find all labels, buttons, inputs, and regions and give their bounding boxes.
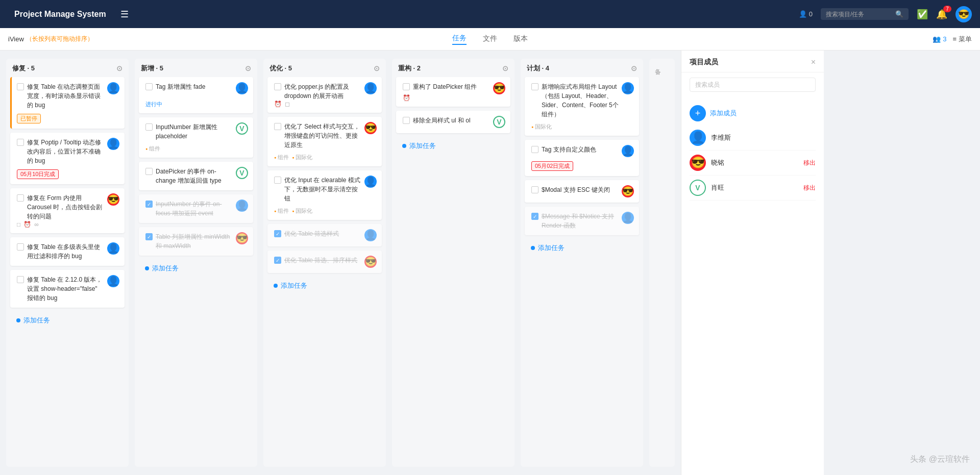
task-checkbox[interactable]: [145, 233, 153, 240]
task-checkbox[interactable]: [17, 83, 24, 90]
task-card[interactable]: 修复 Table 在 2.12.0 版本，设置 show-header="fal…: [10, 270, 125, 308]
task-card[interactable]: InputNumber 的事件 on-focus 增加返回 event 👤: [139, 194, 253, 223]
task-title: Tag 新增属性 fade: [156, 82, 233, 91]
task-checkbox[interactable]: [274, 83, 281, 90]
task-title: 优化 popper.js 的配置及 dropdown 的展开动画: [284, 82, 361, 101]
task-title: Table 列新增属性 minWidth 和 maxWidth: [156, 232, 233, 251]
column-menu-icon[interactable]: ⊙: [116, 64, 122, 72]
task-card[interactable]: InputNumber 新增属性 placeholder V 组件: [139, 117, 253, 158]
task-card[interactable]: 优化 Input 在 clearable 模式下，无数据时不显示清空按钮 👤 组…: [267, 170, 382, 220]
menu-toggle-icon[interactable]: ☰: [120, 9, 129, 20]
task-card[interactable]: 优化了 Select 样式与交互，增强键盘的可访问性、更接近原生 😎 组件国际化: [267, 117, 382, 166]
column-menu-icon[interactable]: ⊙: [502, 64, 508, 72]
nav-version[interactable]: 版本: [513, 34, 528, 44]
task-checkbox[interactable]: [531, 213, 538, 220]
column-body: 重构了 DatePicker 组件 😎 ⏰ 移除全局样式 ul 和 ol V 添…: [392, 77, 514, 467]
column-header: 计划 · 4 ⊙: [521, 59, 643, 77]
remove-member-button[interactable]: 移出: [803, 159, 816, 167]
notification-icon-btn[interactable]: 🔔 7: [936, 9, 947, 20]
task-checkbox[interactable]: [145, 168, 153, 175]
status-badge: 已暂停: [17, 114, 41, 123]
card-header: 重构了 DatePicker 组件 😎: [403, 82, 505, 94]
task-checkbox[interactable]: [531, 186, 538, 193]
add-task-button[interactable]: 添加任务: [396, 137, 510, 155]
card-tags: 05月02日完成: [531, 161, 634, 171]
member-avatar: 👤: [622, 145, 634, 157]
kanban-column: 计划 · 4 ⊙ 新增响应式布局组件 Layout（包括 Layout、Head…: [521, 59, 643, 467]
add-task-button[interactable]: 添加任务: [267, 277, 382, 294]
column-header: 新增 · 5 ⊙: [135, 59, 257, 77]
card-tags: 进行中: [145, 98, 248, 108]
task-card[interactable]: $Modal 支持 ESC 键关闭 😎: [525, 180, 639, 203]
card-header: $Message 和 $Notice 支持 Render 函数 👤: [531, 212, 634, 230]
column-body: 修复 Table 在动态调整页面宽度，有时滚动条显示错误的 bug 👤 已暂停 …: [6, 77, 129, 467]
task-checkbox[interactable]: [274, 177, 281, 184]
task-checkbox[interactable]: [274, 230, 281, 237]
task-card[interactable]: 修复 Table 在动态调整页面宽度，有时滚动条显示错误的 bug 👤 已暂停: [10, 77, 125, 129]
user-avatar[interactable]: 😎: [955, 6, 972, 22]
task-title: InputNumber 新增属性 placeholder: [156, 122, 233, 141]
task-checkbox[interactable]: [145, 123, 153, 131]
task-card[interactable]: 移除全局样式 ul 和 ol V: [396, 111, 510, 133]
task-card[interactable]: $Message 和 $Notice 支持 Render 函数 👤: [525, 207, 639, 235]
kanban-column: 重构 · 2 ⊙ 重构了 DatePicker 组件 😎 ⏰ 移除全局样式 ul…: [392, 59, 514, 467]
task-checkbox[interactable]: [531, 83, 538, 90]
task-card[interactable]: Tag 支持自定义颜色 👤 05月02日完成: [525, 140, 639, 176]
vue-icon: V: [236, 167, 248, 179]
task-checkbox[interactable]: [274, 257, 281, 264]
header-right: 👤 0 🔍 ✅ 🔔 7 😎: [799, 6, 972, 22]
task-card[interactable]: 重构了 DatePicker 组件 😎 ⏰: [396, 77, 510, 107]
task-card[interactable]: DatePicker 的事件 on-change 增加返回值 type V: [139, 162, 253, 190]
member-avatar: 👤: [107, 138, 119, 150]
add-member-button[interactable]: + 添加成员: [690, 101, 816, 126]
column-title: 新增 · 5: [141, 64, 163, 73]
task-title: 新增响应式布局组件 Layout（包括 Layout、Header、Sider、…: [542, 82, 619, 119]
drag-hint: （长按列表可拖动排序）: [26, 35, 93, 43]
task-checkbox[interactable]: [274, 123, 281, 130]
task-checkbox[interactable]: [17, 139, 24, 146]
add-icon: +: [690, 105, 706, 121]
add-task-button[interactable]: 添加任务: [139, 260, 253, 277]
member-avatar: 👤: [107, 242, 119, 255]
task-card[interactable]: 修复 Poptip / Tooltip 动态修改内容后，位置计算不准确的 bug…: [10, 133, 125, 184]
nav-file[interactable]: 文件: [483, 34, 497, 44]
check-icon-btn[interactable]: ✅: [917, 9, 928, 20]
card-header: 修复 Table 在多级表头里使用过滤和排序的 bug 👤: [17, 242, 119, 261]
column-menu-icon[interactable]: ⊙: [374, 64, 380, 72]
remove-member-button[interactable]: 移出: [803, 184, 816, 192]
task-title: DatePicker 的事件 on-change 增加返回值 type: [156, 167, 233, 185]
member-count: 👥 3: [933, 35, 946, 43]
task-checkbox[interactable]: [531, 146, 538, 153]
task-checkbox[interactable]: [403, 83, 410, 90]
task-card[interactable]: 新增响应式布局组件 Layout（包括 Layout、Header、Sider、…: [525, 77, 639, 136]
task-card[interactable]: 优化 popper.js 的配置及 dropdown 的展开动画 👤 ⏰◻: [267, 77, 382, 113]
task-card[interactable]: 优化 Table 筛选样式 👤: [267, 224, 382, 246]
task-checkbox[interactable]: [403, 117, 410, 124]
column-menu-icon[interactable]: ⊙: [631, 64, 637, 72]
task-card[interactable]: 修复 Table 在多级表头里使用过滤和排序的 bug 👤: [10, 237, 125, 266]
member-search[interactable]: [681, 72, 824, 97]
task-checkbox[interactable]: [17, 194, 24, 202]
search-input[interactable]: [826, 11, 892, 18]
add-task-button[interactable]: 添加任务: [10, 312, 125, 329]
column-title: 重构 · 2: [398, 64, 421, 73]
task-checkbox[interactable]: [17, 276, 24, 283]
task-checkbox[interactable]: [145, 201, 153, 208]
task-card[interactable]: Table 列新增属性 minWidth 和 maxWidth 😎: [139, 227, 253, 256]
task-title: 优化 Table 筛选样式: [284, 229, 361, 238]
search-bar[interactable]: 🔍: [821, 8, 909, 20]
task-checkbox[interactable]: [17, 243, 24, 251]
column-menu-icon[interactable]: ⊙: [245, 64, 251, 72]
sub-header: iView （长按列表可拖动排序） 任务 文件 版本 👥 3 ≡ 菜单: [0, 28, 980, 51]
card-icons: ⏰: [403, 94, 505, 102]
task-card[interactable]: 修复在 Form 内使用 Carousel 时，点击按钮会剧转的问题 😎 □⏰∞: [10, 188, 125, 233]
add-task-button[interactable]: 添加任务: [525, 239, 639, 257]
card-dot-tags: 组件国际化: [274, 207, 377, 215]
nav-task[interactable]: 任务: [452, 34, 467, 45]
menu-button[interactable]: ≡ 菜单: [952, 35, 972, 44]
close-button[interactable]: ×: [811, 58, 816, 67]
task-card[interactable]: Tag 新增属性 fade 👤 进行中: [139, 77, 253, 113]
task-checkbox[interactable]: [145, 83, 153, 90]
member-search-input[interactable]: [690, 78, 816, 92]
task-card[interactable]: 优化 Table 筛选、排序样式 😎: [267, 251, 382, 273]
